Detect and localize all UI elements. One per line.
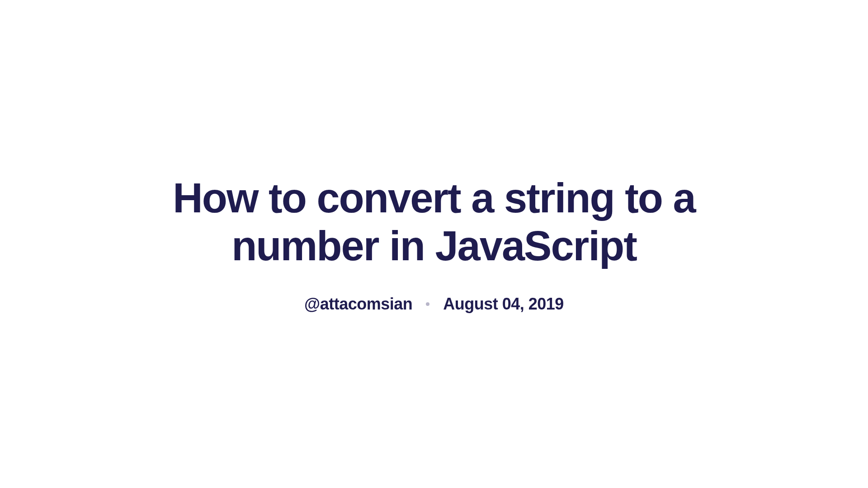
article-header: How to convert a string to a number in J… xyxy=(163,174,705,314)
author-handle[interactable]: @attacomsian xyxy=(304,295,412,314)
meta-separator-icon xyxy=(426,302,429,306)
article-title: How to convert a string to a number in J… xyxy=(163,174,705,270)
article-meta: @attacomsian August 04, 2019 xyxy=(163,295,705,314)
publish-date: August 04, 2019 xyxy=(443,295,564,314)
